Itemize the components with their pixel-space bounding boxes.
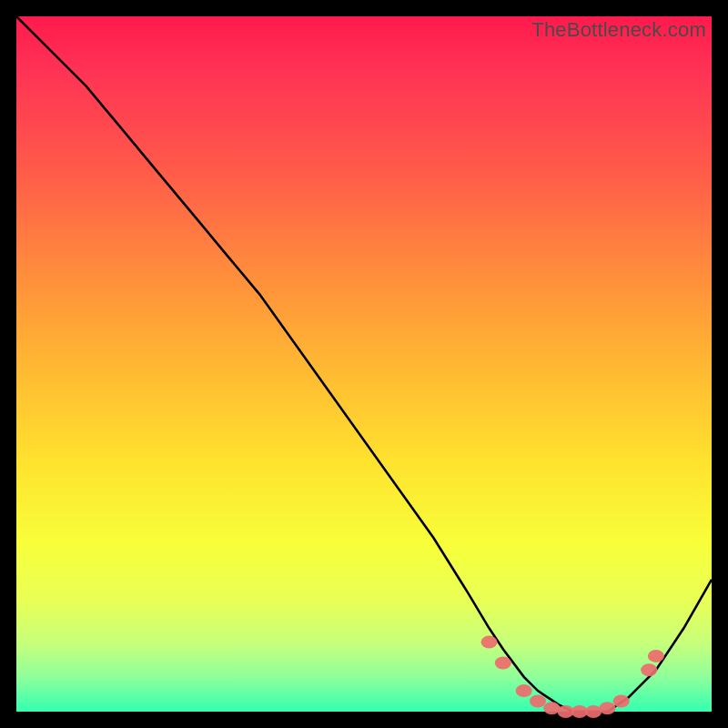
curve-marker [495, 657, 511, 670]
chart-frame: TheBottleneck.com [16, 16, 712, 712]
curve-marker [613, 695, 630, 708]
curve-marker [648, 650, 664, 662]
curve-markers [481, 636, 664, 718]
curve-marker [585, 705, 602, 718]
watermark-text: TheBottleneck.com [531, 18, 706, 42]
curve-marker [530, 695, 546, 708]
curve-marker [599, 702, 615, 714]
curve-marker [543, 702, 560, 714]
bottleneck-curve [16, 16, 712, 712]
curve-marker [481, 636, 498, 649]
curve-marker [641, 663, 657, 676]
curve-marker [516, 684, 532, 697]
chart-overlay [16, 16, 712, 712]
